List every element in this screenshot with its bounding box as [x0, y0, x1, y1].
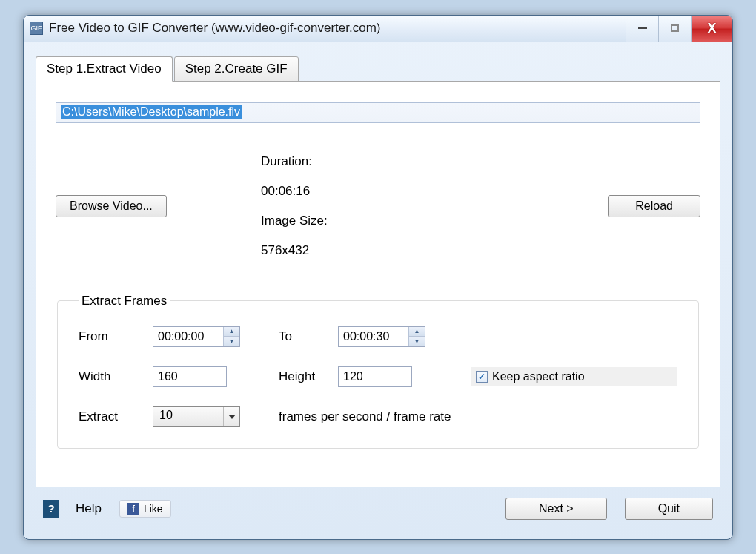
width-input[interactable] [153, 366, 227, 387]
keep-aspect-label: Keep aspect ratio [492, 370, 585, 383]
window-buttons: X [626, 16, 732, 42]
reload-button[interactable]: Reload [608, 195, 700, 217]
from-input[interactable] [153, 327, 223, 346]
to-spinner[interactable]: ▲ ▼ [338, 326, 425, 347]
next-button[interactable]: Next > [505, 498, 607, 520]
tabs: Step 1.Extract Video Step 2.Create GIF [36, 56, 720, 81]
extract-value: 10 [153, 407, 223, 426]
extract-grid: From ▲ ▼ To ▲ ▼ [79, 326, 677, 427]
video-path-value: C:\Users\Mike\Desktop\sample.flv [61, 105, 242, 119]
width-label: Width [79, 369, 153, 384]
close-icon: X [707, 21, 716, 36]
content-area: Step 1.Extract Video Step 2.Create GIF C… [24, 42, 732, 539]
app-icon: GIF [30, 22, 43, 35]
window: GIF Free Video to GIF Converter (www.vid… [23, 15, 733, 540]
to-input[interactable] [339, 327, 408, 346]
help-link[interactable]: Help [76, 501, 102, 516]
to-spin-down[interactable]: ▼ [409, 337, 425, 346]
video-info: Duration: 00:06:16 Image Size: 576x432 [226, 139, 328, 273]
from-spin-up[interactable]: ▲ [224, 327, 239, 337]
minimize-button[interactable] [626, 16, 658, 42]
footer: ? Help f Like Next > Quit [36, 487, 720, 533]
window-title: Free Video to GIF Converter (www.video-g… [49, 21, 626, 36]
duration-value: 00:06:16 [261, 184, 310, 198]
close-button[interactable]: X [691, 16, 732, 42]
from-label: From [79, 329, 153, 344]
extract-label: Extract [79, 409, 153, 424]
chevron-down-icon [228, 415, 236, 419]
from-spin-buttons: ▲ ▼ [223, 327, 239, 346]
extract-frames-group: Extract Frames From ▲ ▼ To ▲ [57, 294, 699, 449]
from-spin-down[interactable]: ▼ [224, 337, 239, 346]
facebook-icon: f [127, 503, 139, 515]
help-icon[interactable]: ? [43, 500, 59, 518]
imagesize-label: Image Size: [261, 214, 328, 228]
to-label: To [256, 329, 338, 344]
minimize-icon [638, 27, 647, 29]
to-spin-buttons: ▲ ▼ [408, 327, 425, 346]
tab-step2[interactable]: Step 2.Create GIF [174, 56, 299, 82]
height-label: Height [256, 369, 338, 384]
checkbox-icon: ✓ [476, 371, 488, 383]
maximize-icon [671, 24, 679, 32]
browse-video-button[interactable]: Browse Video... [56, 195, 167, 217]
tab-step1[interactable]: Step 1.Extract Video [36, 56, 173, 82]
facebook-like-button[interactable]: f Like [119, 500, 171, 518]
imagesize-value: 576x432 [261, 243, 309, 257]
titlebar[interactable]: GIF Free Video to GIF Converter (www.vid… [24, 16, 732, 42]
like-label: Like [144, 503, 163, 515]
height-input[interactable] [338, 366, 412, 387]
tab-panel-step1: C:\Users\Mike\Desktop\sample.flv Browse … [36, 81, 720, 487]
duration-label: Duration: [261, 154, 312, 168]
extract-suffix: frames per second / frame rate [256, 409, 677, 424]
maximize-button[interactable] [658, 16, 691, 42]
extract-frames-legend: Extract Frames [79, 294, 170, 309]
combo-arrow[interactable] [223, 407, 239, 426]
extract-combo[interactable]: 10 [153, 406, 240, 427]
from-spinner[interactable]: ▲ ▼ [153, 326, 240, 347]
video-path-input[interactable]: C:\Users\Mike\Desktop\sample.flv [56, 102, 700, 123]
browse-row: Browse Video... Duration: 00:06:16 Image… [56, 139, 700, 273]
quit-button[interactable]: Quit [625, 498, 713, 520]
keep-aspect-checkbox[interactable]: ✓ Keep aspect ratio [471, 367, 677, 386]
to-spin-up[interactable]: ▲ [409, 327, 425, 337]
